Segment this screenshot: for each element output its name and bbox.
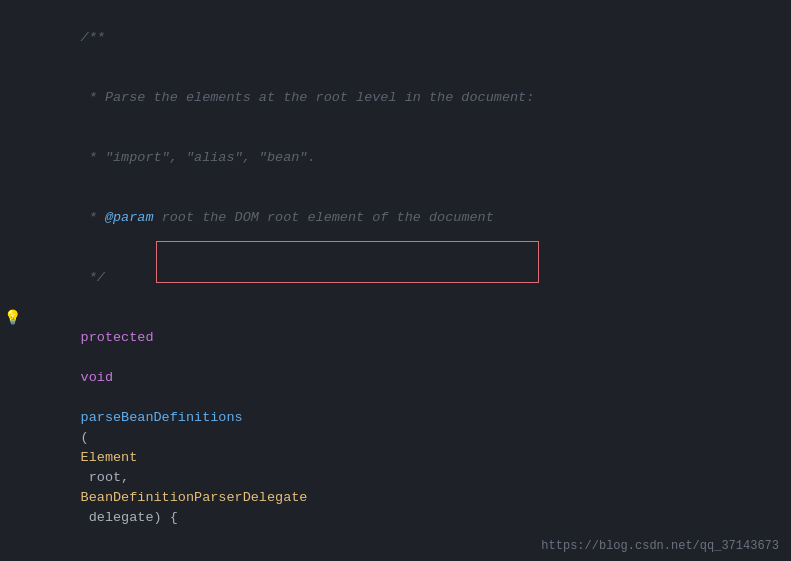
method-name: parseBeanDefinitions (81, 410, 243, 425)
line-content-5: */ (24, 248, 791, 308)
line-gutter-6: 💡 (0, 308, 24, 328)
line-content-4: * @param root the DOM root element of th… (24, 188, 791, 248)
code-line-2: * Parse the elements at the root level i… (0, 68, 791, 128)
keyword-protected: protected (81, 330, 154, 345)
line-icon-6: 💡 (4, 308, 21, 328)
space (81, 350, 89, 365)
code-line-6: 💡 protected void parseBeanDefinitions ( … (0, 308, 791, 548)
line-content-6: protected void parseBeanDefinitions ( El… (24, 308, 791, 548)
code-line-1: /** (0, 8, 791, 68)
line-content-3: * "import", "alias", "bean". (24, 128, 791, 188)
type-element: Element (81, 450, 138, 465)
paren1: ( (81, 430, 89, 445)
code-line-4: * @param root the DOM root element of th… (0, 188, 791, 248)
watermark: https://blog.csdn.net/qq_37143673 (541, 539, 779, 553)
space3: root, (81, 470, 138, 485)
comment-text: /** (81, 30, 105, 45)
space2 (81, 390, 89, 405)
code-container: /** * Parse the elements at the root lev… (0, 0, 791, 561)
line-content-2: * Parse the elements at the root level i… (24, 68, 791, 128)
type-delegate: BeanDefinitionParserDelegate (81, 490, 308, 505)
param-delegate: delegate) { (81, 510, 178, 525)
comment-text: * Parse the elements at the root level i… (81, 90, 535, 105)
keyword-void: void (81, 370, 113, 385)
code-line-3: * "import", "alias", "bean". (0, 128, 791, 188)
code-line-5: */ (0, 248, 791, 308)
comment-text: */ (81, 270, 105, 285)
param-tag: @param (105, 210, 154, 225)
comment-text: * (81, 210, 105, 225)
line-content-1: /** (24, 8, 791, 68)
comment-text2: root the DOM root element of the documen… (154, 210, 494, 225)
comment-text: * "import", "alias", "bean". (81, 150, 316, 165)
